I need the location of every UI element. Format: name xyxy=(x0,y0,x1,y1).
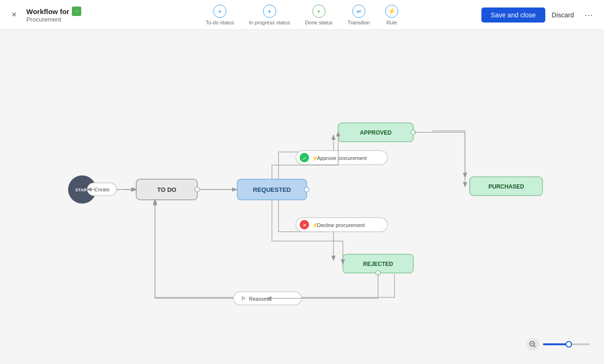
zoom-slider[interactable] xyxy=(543,343,590,345)
toolbar-todo-status[interactable]: + To-do status xyxy=(206,5,234,25)
workflow-diagram: START Create TO DO REQUESTED APPROVED PU… xyxy=(0,30,604,364)
workflow-subtitle: Procurement xyxy=(26,16,81,23)
svg-text:🏳: 🏳 xyxy=(241,296,247,302)
svg-text:Approve procurement: Approve procurement xyxy=(317,155,367,161)
rule-label: Rule xyxy=(387,20,397,25)
zoom-out-icon[interactable] xyxy=(526,338,539,351)
toolbar: + To-do status + In progress status + Do… xyxy=(206,5,398,25)
svg-text:PURCHASED: PURCHASED xyxy=(488,183,524,190)
todo-status-label: To-do status xyxy=(206,20,234,25)
svg-line-41 xyxy=(534,346,535,347)
workflow-canvas[interactable]: START Create TO DO REQUESTED APPROVED PU… xyxy=(0,30,604,364)
done-status-label: Done status xyxy=(305,20,333,25)
svg-text:REQUESTED: REQUESTED xyxy=(253,186,291,193)
zoom-slider-fill xyxy=(543,343,569,345)
header-left: × Workflow for ↑ Procurement xyxy=(8,7,111,23)
upload-icon: ↑ xyxy=(72,7,81,16)
discard-button[interactable]: Discard xyxy=(550,8,576,23)
toolbar-done-status[interactable]: + Done status xyxy=(305,5,333,25)
transition-label: Transition xyxy=(348,20,370,25)
toolbar-inprogress-status[interactable]: + In progress status xyxy=(249,5,290,25)
header-right: Save and close Discard ⋯ xyxy=(481,8,596,23)
rule-icon: ⚡ xyxy=(385,5,398,18)
svg-text:APPROVED: APPROVED xyxy=(360,129,392,136)
svg-point-15 xyxy=(304,187,309,192)
svg-text:✓: ✓ xyxy=(302,155,307,161)
svg-text:Decline procurement: Decline procurement xyxy=(317,222,365,228)
workflow-title-row: Workflow for ↑ xyxy=(26,7,81,16)
toolbar-transition[interactable]: ⇌ Transition xyxy=(348,5,370,25)
transition-icon: ⇌ xyxy=(352,5,365,18)
more-options-button[interactable]: ⋯ xyxy=(581,8,596,22)
workflow-title-block: Workflow for ↑ Procurement xyxy=(26,7,81,23)
close-button[interactable]: × xyxy=(8,8,21,22)
toolbar-rule[interactable]: ⚡ Rule xyxy=(385,5,398,25)
svg-text:Create: Create xyxy=(94,187,109,192)
svg-text:Reassess: Reassess xyxy=(249,296,272,302)
inprogress-status-label: In progress status xyxy=(249,20,290,25)
workflow-title: Workflow for xyxy=(26,8,69,15)
zoom-slider-thumb[interactable] xyxy=(565,341,572,348)
svg-text:REJECTED: REJECTED xyxy=(363,261,393,267)
app-header: × Workflow for ↑ Procurement + To-do sta… xyxy=(0,0,604,30)
svg-point-12 xyxy=(195,187,200,192)
save-close-button[interactable]: Save and close xyxy=(481,8,545,23)
inprogress-status-icon: + xyxy=(263,5,276,18)
svg-text:✕: ✕ xyxy=(302,222,307,228)
done-status-icon: + xyxy=(312,5,325,18)
zoom-control xyxy=(526,338,590,351)
todo-status-icon: + xyxy=(213,5,226,18)
svg-text:TO DO: TO DO xyxy=(157,186,177,193)
